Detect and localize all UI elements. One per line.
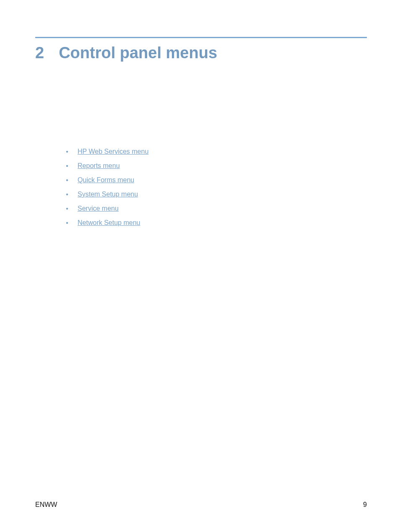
toc-item: ● Service menu	[66, 205, 367, 212]
link-reports-menu[interactable]: Reports menu	[78, 162, 120, 170]
bullet-icon: ●	[66, 164, 68, 168]
bullet-icon: ●	[66, 178, 68, 182]
toc-item: ● Reports menu	[66, 162, 367, 170]
link-network-setup-menu[interactable]: Network Setup menu	[78, 219, 140, 227]
toc-item: ● Quick Forms menu	[66, 176, 367, 184]
footer-page-number: 9	[363, 501, 367, 509]
link-quick-forms-menu[interactable]: Quick Forms menu	[78, 176, 134, 184]
toc-item: ● Network Setup menu	[66, 219, 367, 227]
link-service-menu[interactable]: Service menu	[78, 205, 119, 212]
bullet-icon: ●	[66, 150, 68, 154]
footer: ENWW 9	[35, 501, 367, 509]
toc-list: ● HP Web Services menu ● Reports menu ● …	[66, 148, 367, 227]
top-rule	[35, 37, 367, 38]
chapter-heading: 2 Control panel menus	[35, 44, 367, 62]
chapter-number: 2	[35, 44, 44, 62]
toc-item: ● System Setup menu	[66, 191, 367, 198]
bullet-icon: ●	[66, 207, 68, 211]
footer-left: ENWW	[35, 501, 57, 509]
toc-item: ● HP Web Services menu	[66, 148, 367, 155]
bullet-icon: ●	[66, 221, 68, 225]
bullet-icon: ●	[66, 192, 68, 196]
link-hp-web-services[interactable]: HP Web Services menu	[78, 148, 148, 155]
chapter-title: Control panel menus	[59, 44, 217, 62]
link-system-setup-menu[interactable]: System Setup menu	[78, 191, 138, 198]
